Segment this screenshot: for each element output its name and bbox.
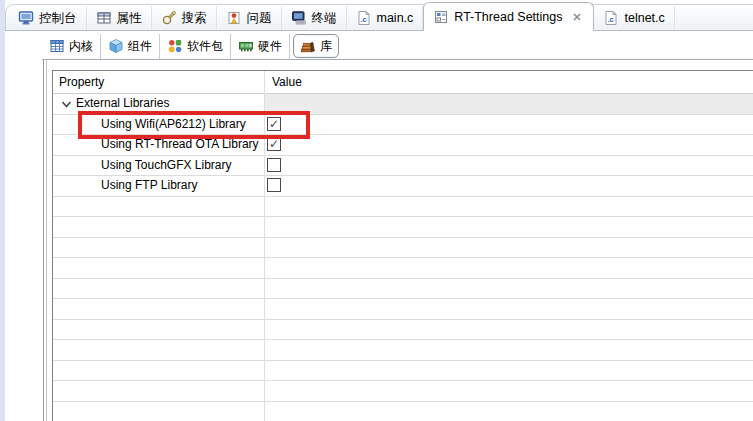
hardware-icon bbox=[238, 38, 254, 54]
tab-label: 库 bbox=[320, 38, 332, 55]
svg-text:.c: .c bbox=[360, 15, 366, 24]
editor-left-border-light bbox=[46, 60, 47, 421]
tab-packages[interactable]: 软件包 bbox=[160, 34, 231, 59]
tab-search[interactable]: 搜索 bbox=[152, 6, 217, 30]
table-row-empty bbox=[53, 197, 753, 218]
column-header-property: Property bbox=[59, 71, 104, 93]
tab-telnet-c[interactable]: .c telnet.c bbox=[594, 6, 674, 30]
editor-left-border bbox=[43, 60, 44, 421]
tab-label: 控制台 bbox=[39, 10, 77, 27]
highlight-annotation-rectangle bbox=[78, 111, 310, 139]
tab-label: 搜索 bbox=[182, 10, 207, 27]
c-file-icon: .c bbox=[356, 10, 372, 26]
table-row-empty bbox=[53, 361, 753, 382]
table-header: Property Value bbox=[53, 71, 753, 94]
ftp-library-checkbox[interactable] bbox=[267, 178, 281, 192]
properties-icon bbox=[96, 10, 112, 26]
svg-text:.c: .c bbox=[608, 15, 614, 24]
settings-tabbar: 内核 组件 软件包 bbox=[42, 33, 753, 60]
category-value-cell bbox=[264, 94, 753, 114]
row-label: Using TouchGFX Library bbox=[101, 156, 232, 176]
tab-label: 属性 bbox=[117, 10, 142, 27]
tab-label: 软件包 bbox=[187, 38, 223, 55]
problems-icon bbox=[226, 10, 242, 26]
tab-rt-thread-settings[interactable]: RT-Thread Settings bbox=[423, 2, 594, 31]
table-row-empty bbox=[53, 279, 753, 300]
tab-label: 终端 bbox=[312, 10, 337, 27]
rtt-settings-icon bbox=[433, 9, 449, 25]
row-label: Using FTP Library bbox=[101, 176, 197, 196]
tab-console[interactable]: 控制台 bbox=[9, 6, 87, 30]
table-row-empty bbox=[53, 402, 753, 421]
tab-label: RT-Thread Settings bbox=[454, 10, 562, 24]
window-left-edge bbox=[0, 0, 5, 421]
kernel-icon bbox=[49, 38, 65, 54]
chevron-down-icon[interactable] bbox=[60, 98, 73, 111]
components-icon bbox=[108, 38, 124, 54]
tab-components[interactable]: 组件 bbox=[101, 34, 160, 59]
tab-label: 内核 bbox=[69, 38, 93, 55]
tab-main-c[interactable]: .c main.c bbox=[347, 6, 424, 30]
packages-icon bbox=[167, 38, 183, 54]
tab-hardware[interactable]: 硬件 bbox=[231, 34, 290, 59]
tab-label: main.c bbox=[377, 11, 414, 25]
table-row-empty bbox=[53, 381, 753, 402]
tab-terminal[interactable]: 终端 bbox=[282, 6, 347, 30]
table-row-empty bbox=[53, 320, 753, 341]
search-icon bbox=[161, 10, 177, 26]
tab-properties[interactable]: 属性 bbox=[87, 6, 152, 30]
table-row-empty bbox=[53, 217, 753, 238]
touchgfx-library-checkbox[interactable] bbox=[267, 158, 281, 172]
ota-library-checkbox[interactable]: ✓ bbox=[267, 137, 281, 151]
rt-thread-studio-window: 控制台 属性 搜索 bbox=[0, 0, 753, 421]
tab-label: telnet.c bbox=[624, 11, 664, 25]
tab-library[interactable]: 库 bbox=[293, 34, 339, 58]
library-icon bbox=[300, 38, 316, 54]
table-row-touchgfx-library[interactable]: Using TouchGFX Library bbox=[53, 156, 753, 177]
c-file-icon: .c bbox=[603, 10, 619, 26]
tab-label: 硬件 bbox=[258, 38, 282, 55]
terminal-icon bbox=[291, 10, 307, 26]
console-icon bbox=[18, 10, 34, 26]
table-row-empty bbox=[53, 299, 753, 320]
tab-label: 组件 bbox=[128, 38, 152, 55]
tab-problems[interactable]: 问题 bbox=[217, 6, 282, 30]
table-row-empty bbox=[53, 258, 753, 279]
close-icon[interactable] bbox=[570, 10, 584, 24]
table-row-ftp-library[interactable]: Using FTP Library bbox=[53, 176, 753, 197]
tab-label: 问题 bbox=[247, 10, 272, 27]
column-header-value: Value bbox=[272, 71, 302, 93]
table-row-empty bbox=[53, 238, 753, 259]
table-row-empty bbox=[53, 340, 753, 361]
top-tabbar: 控制台 属性 搜索 bbox=[5, 4, 753, 31]
tab-kernel[interactable]: 内核 bbox=[42, 34, 101, 59]
